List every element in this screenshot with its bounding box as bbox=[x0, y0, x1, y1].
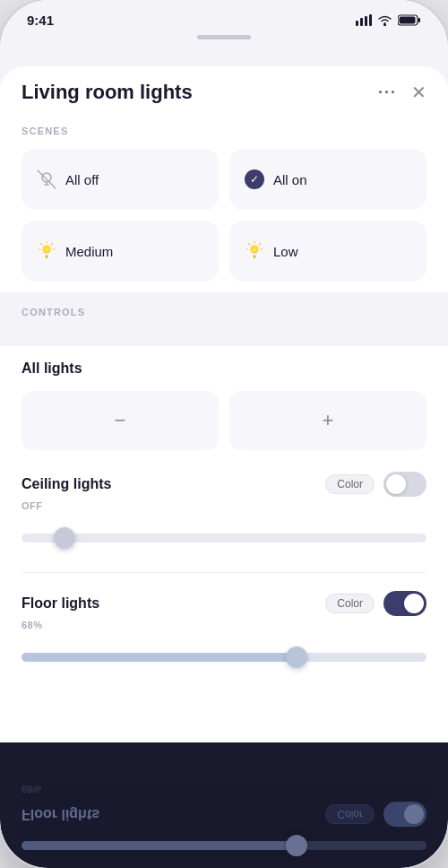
medium-label: Medium bbox=[65, 244, 113, 259]
svg-rect-6 bbox=[418, 18, 421, 22]
medium-icon bbox=[37, 241, 56, 261]
floor-lights-item: Floor lights Color 68% bbox=[22, 591, 426, 691]
status-time: 9:41 bbox=[27, 13, 54, 28]
scene-all-on[interactable]: ✓ All on bbox=[229, 149, 426, 210]
ref-toggle bbox=[383, 802, 426, 827]
ceiling-slider-thumb[interactable] bbox=[54, 527, 75, 549]
svg-line-26 bbox=[259, 244, 261, 246]
brightness-controls: − + bbox=[22, 391, 426, 450]
scene-all-off[interactable]: All off bbox=[22, 149, 219, 210]
bottom-reflection: Floor lights Color 68% bbox=[0, 742, 448, 868]
ref-toggle-knob bbox=[404, 804, 424, 824]
increase-button[interactable]: + bbox=[229, 391, 426, 450]
all-off-icon bbox=[37, 169, 56, 189]
svg-rect-2 bbox=[365, 16, 367, 26]
more-button[interactable]: ··· bbox=[378, 83, 397, 102]
floor-lights-header: Floor lights Color bbox=[22, 591, 426, 616]
svg-rect-3 bbox=[369, 14, 372, 26]
close-button[interactable]: ✕ bbox=[411, 82, 426, 103]
floor-slider-container bbox=[22, 641, 426, 673]
floor-slider-thumb[interactable] bbox=[286, 647, 307, 668]
floor-slider-track[interactable] bbox=[22, 653, 426, 662]
svg-point-8 bbox=[42, 173, 51, 182]
low-icon bbox=[245, 241, 264, 261]
floor-toggle[interactable] bbox=[383, 591, 426, 616]
all-off-label: All off bbox=[65, 172, 99, 187]
svg-rect-7 bbox=[400, 17, 416, 24]
svg-line-29 bbox=[249, 244, 251, 246]
all-lights-label: All lights bbox=[22, 360, 426, 377]
status-bar: 9:41 bbox=[0, 0, 448, 35]
battery-icon bbox=[398, 14, 421, 26]
header-actions: ··· ✕ bbox=[378, 82, 426, 103]
all-on-check-icon: ✓ bbox=[245, 169, 264, 189]
decrease-button[interactable]: − bbox=[22, 391, 219, 450]
header: Living room lights ··· ✕ bbox=[22, 81, 426, 104]
signal-icon bbox=[356, 14, 372, 26]
ref-right: Color bbox=[325, 802, 426, 827]
phone-screen: 9:41 bbox=[0, 0, 448, 868]
svg-point-4 bbox=[383, 23, 386, 26]
scene-low[interactable]: Low bbox=[229, 221, 426, 282]
ceiling-lights-controls: Color bbox=[325, 472, 426, 497]
floor-lights-controls: Color bbox=[325, 591, 426, 616]
ref-status: 68% bbox=[22, 784, 426, 794]
low-label: Low bbox=[273, 244, 298, 259]
controls-divider-section: CONTROLS bbox=[0, 292, 448, 346]
floor-lights-name: Floor lights bbox=[22, 595, 99, 612]
ceiling-slider-container bbox=[22, 522, 426, 554]
ceiling-color-button[interactable]: Color bbox=[325, 474, 375, 494]
all-on-label: All on bbox=[273, 172, 307, 187]
ref-slider-thumb bbox=[286, 835, 307, 856]
reflection-content: Floor lights Color 68% bbox=[0, 778, 448, 850]
scene-medium[interactable]: Medium bbox=[22, 221, 219, 282]
ceiling-toggle[interactable] bbox=[383, 472, 426, 497]
svg-rect-1 bbox=[360, 18, 363, 26]
svg-line-17 bbox=[51, 244, 53, 246]
floor-toggle-knob bbox=[404, 594, 424, 613]
drag-handle bbox=[197, 35, 251, 39]
svg-point-24 bbox=[252, 247, 257, 252]
wifi-icon bbox=[377, 14, 392, 26]
status-icons bbox=[356, 14, 421, 26]
ref-color-badge: Color bbox=[325, 804, 375, 824]
ceiling-lights-status: OFF bbox=[22, 500, 426, 511]
ref-light-name: Floor lights bbox=[22, 806, 99, 822]
ceiling-lights-item: Ceiling lights Color OFF bbox=[22, 472, 426, 573]
scenes-grid: All off ✓ All on bbox=[22, 149, 426, 282]
svg-rect-0 bbox=[356, 21, 358, 26]
floor-lights-status: 68% bbox=[22, 620, 426, 630]
ceiling-toggle-knob bbox=[386, 474, 406, 494]
ceiling-lights-header: Ceiling lights Color bbox=[22, 472, 426, 497]
scenes-label: SCENES bbox=[22, 126, 426, 136]
phone-frame: 9:41 bbox=[0, 0, 448, 868]
floor-color-button[interactable]: Color bbox=[325, 594, 375, 613]
controls-label: CONTROLS bbox=[22, 307, 426, 317]
svg-point-15 bbox=[44, 247, 49, 252]
svg-line-20 bbox=[41, 244, 43, 246]
ref-light-row: Floor lights Color bbox=[22, 802, 426, 827]
ceiling-lights-name: Ceiling lights bbox=[22, 476, 111, 492]
page-title: Living room lights bbox=[22, 81, 193, 104]
ref-slider bbox=[22, 841, 426, 850]
ceiling-slider-track[interactable] bbox=[22, 534, 426, 542]
